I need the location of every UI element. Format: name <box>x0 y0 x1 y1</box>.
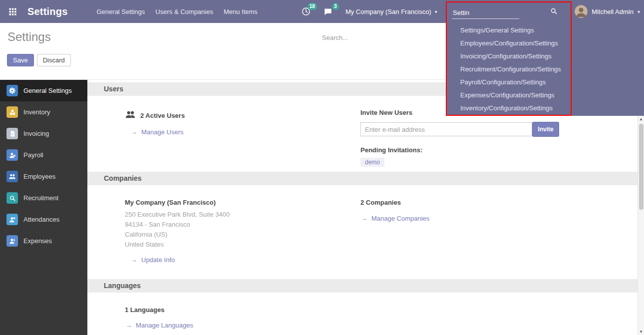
company-address: 250 Executive Park Blvd, Suite 3400 9413… <box>125 210 360 250</box>
sidebar-item-label: Attendances <box>23 216 59 223</box>
search-input[interactable] <box>322 32 442 43</box>
navbar-search-box <box>452 4 558 19</box>
address-line: California (US) <box>125 230 360 240</box>
sidebar-item-invoicing[interactable]: Invoicing <box>0 123 87 144</box>
user-name: Mitchell Admin <box>592 8 634 15</box>
top-navbar: Settings General Settings Users & Compan… <box>0 0 644 23</box>
settings-content: Users 2 Active Users → Manage Users Invi… <box>87 80 638 335</box>
sidebar-item-employees[interactable]: Employees <box>0 166 87 187</box>
sidebar-item-inventory[interactable]: Inventory <box>0 101 87 123</box>
sidebar-item-label: General Settings <box>23 87 72 94</box>
sidebar-item-label: Recruitment <box>23 194 58 202</box>
sidebar-item-label: Expenses <box>23 237 52 245</box>
invite-email-field[interactable] <box>360 122 532 136</box>
employees-icon <box>6 171 18 182</box>
arrow-right-icon: → <box>131 256 137 264</box>
avatar <box>575 5 588 18</box>
vertical-scrollbar[interactable]: ▴ ▾ <box>638 116 644 335</box>
manage-languages-label: Manage Languages <box>136 322 193 329</box>
menu-menu-items[interactable]: Menu Items <box>224 8 258 15</box>
invoicing-icon <box>6 128 18 139</box>
caret-down-icon: ▾ <box>638 9 640 14</box>
settings-sidebar: General Settings Inventory Invoicing Pay… <box>0 80 87 335</box>
address-line: 94134 - San Francisco <box>125 220 360 230</box>
apps-grid-icon[interactable] <box>7 6 18 17</box>
arrow-right-icon: → <box>125 322 132 329</box>
pending-invitation-tag[interactable]: demo <box>360 158 384 167</box>
invite-button[interactable]: Invite <box>532 122 559 137</box>
inventory-icon <box>6 106 18 118</box>
systray: 18 3 <box>301 6 333 17</box>
attendances-icon <box>6 214 18 225</box>
section-header-languages: Languages <box>87 279 638 293</box>
companies-count: 2 Companies <box>360 199 628 206</box>
activities-clock-icon[interactable]: 18 <box>301 6 312 17</box>
users-icon <box>125 109 136 122</box>
navbar-search-input[interactable] <box>452 9 519 19</box>
sidebar-item-label: Employees <box>23 173 55 180</box>
search-result-item[interactable]: Inventory/Configuration/Settings <box>447 102 573 115</box>
sidebar-item-label: Payroll <box>23 151 43 159</box>
recruitment-icon <box>6 192 18 204</box>
activities-badge: 18 <box>308 3 317 10</box>
active-users-count: 2 Active Users <box>140 112 185 119</box>
manage-companies-label: Manage Companies <box>371 215 429 222</box>
manage-users-label: Manage Users <box>141 128 184 136</box>
sidebar-item-payroll[interactable]: Payroll <box>0 144 87 166</box>
scroll-down-icon[interactable]: ▾ <box>638 329 644 335</box>
section-header-companies: Companies <box>87 172 638 185</box>
company-switcher-label: My Company (San Francisco) <box>345 8 431 15</box>
control-panel-buttons: Save Discard <box>7 54 71 66</box>
address-line: United States <box>125 240 360 250</box>
section-companies: My Company (San Francisco) 250 Executive… <box>87 185 638 279</box>
sidebar-item-general-settings[interactable]: General Settings <box>0 80 87 101</box>
search-result-item[interactable]: Payroll/Configuration/Settings <box>447 76 573 89</box>
search-icon[interactable] <box>550 7 558 17</box>
company-name: My Company (San Francisco) <box>125 199 360 206</box>
scrollbar-thumb[interactable] <box>639 124 644 210</box>
messages-badge: 3 <box>332 3 339 10</box>
scroll-up-icon[interactable]: ▴ <box>638 116 644 122</box>
menu-general-settings[interactable]: General Settings <box>97 8 145 15</box>
arrow-right-icon: → <box>361 215 367 222</box>
sidebar-item-label: Invoicing <box>23 130 49 137</box>
search-result-item[interactable]: Expenses/Configuration/Settings <box>447 89 573 102</box>
update-info-label: Update Info <box>141 256 175 264</box>
menu-users-companies[interactable]: Users & Companies <box>155 8 213 15</box>
languages-count: 1 Languages <box>125 306 360 314</box>
search-result-item[interactable]: Recruitment/Configuration/Settings <box>447 63 573 76</box>
section-languages: 1 Languages → Manage Languages <box>87 293 638 330</box>
company-switcher[interactable]: My Company (San Francisco) ▾ <box>345 8 437 15</box>
discard-button[interactable]: Discard <box>37 54 71 66</box>
sidebar-item-expenses[interactable]: $ Expenses <box>0 230 87 252</box>
menu-search-dropdown: Settings/General Settings Employees/Conf… <box>447 23 644 116</box>
arrow-right-icon: → <box>131 128 137 136</box>
manage-languages-link[interactable]: → Manage Languages <box>125 322 193 329</box>
update-info-link[interactable]: → Update Info <box>131 256 175 264</box>
manage-companies-link[interactable]: → Manage Companies <box>361 215 429 222</box>
page-title: Settings <box>7 30 51 44</box>
save-button[interactable]: Save <box>7 54 34 66</box>
caret-down-icon: ▾ <box>435 9 437 14</box>
gear-icon <box>6 85 18 96</box>
sidebar-item-attendances[interactable]: Attendances <box>0 209 87 230</box>
search-result-item[interactable]: Invoicing/Configuration/Settings <box>447 50 573 63</box>
svg-text:$: $ <box>13 239 14 242</box>
payroll-icon <box>6 149 18 161</box>
search-result-item[interactable]: Employees/Configuration/Settings <box>447 37 573 50</box>
app-title: Settings <box>27 6 68 17</box>
sidebar-item-recruitment[interactable]: Recruitment <box>0 187 87 209</box>
address-line: 250 Executive Park Blvd, Suite 3400 <box>125 210 360 220</box>
user-menu[interactable]: Mitchell Admin ▾ <box>575 5 640 18</box>
messages-chat-icon[interactable]: 3 <box>322 6 333 17</box>
search-result-item[interactable]: Settings/General Settings <box>447 24 573 37</box>
top-menu: General Settings Users & Companies Menu … <box>97 8 258 15</box>
manage-users-link[interactable]: → Manage Users <box>131 128 184 136</box>
pending-invitations-label: Pending Invitations: <box>360 146 628 154</box>
search-results-list: Settings/General Settings Employees/Conf… <box>447 24 573 115</box>
sidebar-item-label: Inventory <box>23 108 50 116</box>
expenses-icon: $ <box>6 235 18 247</box>
